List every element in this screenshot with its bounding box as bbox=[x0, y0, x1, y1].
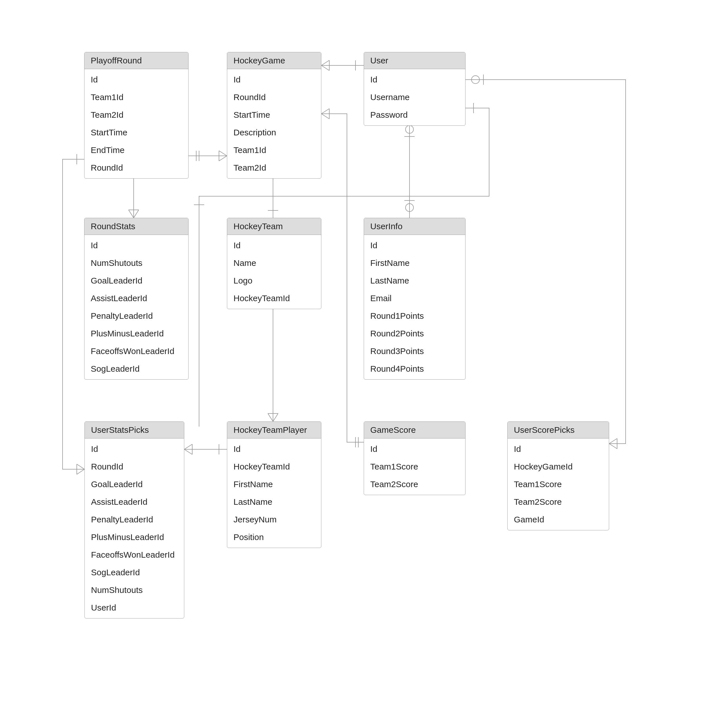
entity-title: HockeyTeamPlayer bbox=[227, 422, 321, 439]
entity-title: RoundStats bbox=[84, 218, 188, 235]
field: StartTime bbox=[84, 124, 188, 141]
field: UserId bbox=[85, 599, 184, 616]
field: LastName bbox=[227, 493, 321, 511]
field: Id bbox=[85, 440, 184, 458]
field: SogLeaderId bbox=[84, 360, 188, 378]
entity-title: UserScorePicks bbox=[508, 422, 609, 439]
entity-roundstats: RoundStats Id NumShutouts GoalLeaderId A… bbox=[84, 218, 188, 380]
field: NumShutouts bbox=[85, 581, 184, 599]
field: LastName bbox=[364, 272, 465, 289]
field: JerseyNum bbox=[227, 511, 321, 528]
field: Id bbox=[364, 71, 465, 89]
field: Password bbox=[364, 106, 465, 124]
entity-userstatspicks: UserStatsPicks Id RoundId GoalLeaderId A… bbox=[84, 421, 184, 618]
field: Team2Id bbox=[84, 106, 188, 124]
svg-point-22 bbox=[471, 76, 479, 84]
field: Id bbox=[84, 237, 188, 254]
entity-rows: Id Team1Id Team2Id StartTime EndTime Rou… bbox=[84, 69, 188, 178]
entity-rows: Id Username Password bbox=[364, 69, 465, 125]
entity-title: GameScore bbox=[364, 422, 465, 439]
field: Id bbox=[227, 237, 321, 254]
field: Username bbox=[364, 89, 465, 106]
field: GameId bbox=[508, 511, 609, 528]
entity-rows: Id Team1Score Team2Score bbox=[364, 439, 465, 495]
entity-rows: Id FirstName LastName Email Round1Points… bbox=[364, 235, 465, 379]
entity-title: HockeyTeam bbox=[227, 218, 321, 235]
field: Name bbox=[227, 254, 321, 272]
field: Position bbox=[227, 528, 321, 546]
entity-gamescore: GameScore Id Team1Score Team2Score bbox=[364, 421, 465, 495]
field: FirstName bbox=[227, 476, 321, 493]
entity-hockeyteamplayer: HockeyTeamPlayer Id HockeyTeamId FirstNa… bbox=[227, 421, 321, 548]
field: Team1Score bbox=[364, 458, 465, 476]
entity-rows: Id HockeyGameId Team1Score Team2Score Ga… bbox=[508, 439, 609, 530]
er-diagram-canvas: PlayoffRound Id Team1Id Team2Id StartTim… bbox=[0, 0, 728, 728]
field: Description bbox=[227, 124, 321, 141]
entity-hockeygame: HockeyGame Id RoundId StartTime Descript… bbox=[227, 52, 321, 179]
entity-rows: Id RoundId StartTime Description Team1Id… bbox=[227, 69, 321, 178]
entity-title: UserStatsPicks bbox=[85, 422, 184, 439]
field: Id bbox=[227, 440, 321, 458]
field: Team2Score bbox=[364, 476, 465, 493]
field: RoundId bbox=[85, 458, 184, 476]
field: HockeyGameId bbox=[508, 458, 609, 476]
field: RoundId bbox=[227, 89, 321, 106]
entity-rows: Id HockeyTeamId FirstName LastName Jerse… bbox=[227, 439, 321, 548]
entity-userinfo: UserInfo Id FirstName LastName Email Rou… bbox=[364, 218, 465, 380]
field: Id bbox=[364, 237, 465, 254]
field: PlusMinusLeaderId bbox=[85, 528, 184, 546]
field: Round2Points bbox=[364, 325, 465, 343]
field: GoalLeaderId bbox=[84, 272, 188, 289]
entity-rows: Id NumShutouts GoalLeaderId AssistLeader… bbox=[84, 235, 188, 379]
svg-point-18 bbox=[405, 125, 413, 133]
entity-rows: Id RoundId GoalLeaderId AssistLeaderId P… bbox=[85, 439, 184, 618]
entity-title: PlayoffRound bbox=[84, 52, 188, 69]
field: Id bbox=[508, 440, 609, 458]
field: Id bbox=[364, 440, 465, 458]
field: FaceoffsWonLeaderId bbox=[85, 546, 184, 564]
field: PenaltyLeaderId bbox=[84, 307, 188, 325]
field: Id bbox=[84, 71, 188, 89]
field: Team1Id bbox=[227, 141, 321, 159]
field: FaceoffsWonLeaderId bbox=[84, 343, 188, 360]
field: RoundId bbox=[84, 159, 188, 177]
field: Email bbox=[364, 289, 465, 307]
field: NumShutouts bbox=[84, 254, 188, 272]
entity-title: UserInfo bbox=[364, 218, 465, 235]
field: Id bbox=[227, 71, 321, 89]
field: HockeyTeamId bbox=[227, 458, 321, 476]
field: SogLeaderId bbox=[85, 564, 184, 581]
field: EndTime bbox=[84, 141, 188, 159]
entity-user: User Id Username Password bbox=[364, 52, 465, 126]
field: Team2Id bbox=[227, 159, 321, 177]
entity-userscorepicks: UserScorePicks Id HockeyGameId Team1Scor… bbox=[507, 421, 609, 530]
field: StartTime bbox=[227, 106, 321, 124]
field: PenaltyLeaderId bbox=[85, 511, 184, 528]
field: FirstName bbox=[364, 254, 465, 272]
field: HockeyTeamId bbox=[227, 289, 321, 307]
field: Round1Points bbox=[364, 307, 465, 325]
field: PlusMinusLeaderId bbox=[84, 325, 188, 343]
field: Team1Score bbox=[508, 476, 609, 493]
entity-playoffround: PlayoffRound Id Team1Id Team2Id StartTim… bbox=[84, 52, 188, 179]
svg-point-20 bbox=[405, 203, 413, 211]
field: Team2Score bbox=[508, 493, 609, 511]
field: Round3Points bbox=[364, 343, 465, 360]
entity-hockeyteam: HockeyTeam Id Name Logo HockeyTeamId bbox=[227, 218, 321, 309]
entity-title: HockeyGame bbox=[227, 52, 321, 69]
field: AssistLeaderId bbox=[85, 493, 184, 511]
field: Team1Id bbox=[84, 89, 188, 106]
field: Logo bbox=[227, 272, 321, 289]
entity-rows: Id Name Logo HockeyTeamId bbox=[227, 235, 321, 309]
field: GoalLeaderId bbox=[85, 476, 184, 493]
field: AssistLeaderId bbox=[84, 289, 188, 307]
entity-title: User bbox=[364, 52, 465, 69]
field: Round4Points bbox=[364, 360, 465, 378]
